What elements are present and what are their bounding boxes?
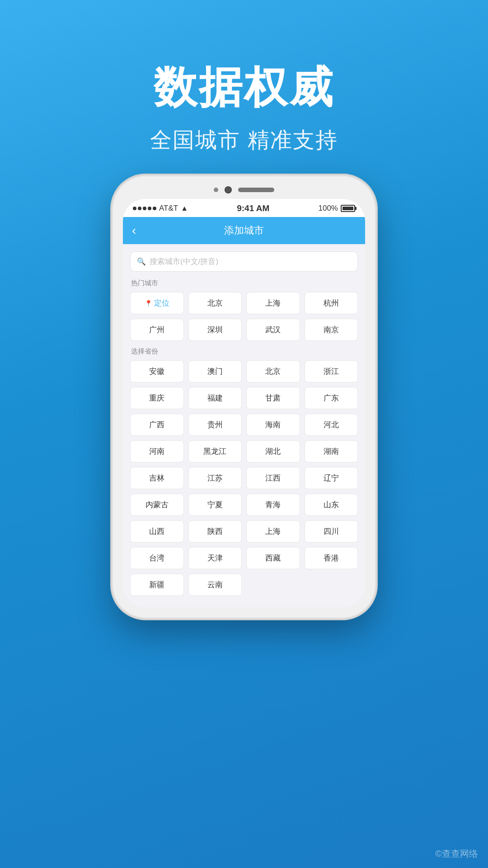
hot-city-btn-shanghai[interactable]: 上海 [246,292,300,314]
province-btn-10[interactable]: 海南 [246,414,300,436]
province-btn-27[interactable]: 四川 [305,520,358,542]
phone-camera [225,186,232,193]
status-right: 100% [319,204,355,213]
phone-mockup: AT&T ▲ 9:41 AM 100% ‹ 添加城市 [113,176,375,618]
province-btn-14[interactable]: 湖北 [246,440,300,462]
province-btn-12[interactable]: 河南 [130,440,184,462]
province-btn-21[interactable]: 宁夏 [188,494,242,516]
hot-city-btn-location[interactable]: 📍定位 [130,292,184,314]
hot-city-btn-wuhan[interactable]: 武汉 [246,319,300,341]
province-btn-32[interactable]: 新疆 [130,574,184,596]
provinces-label: 选择省份 [130,347,358,356]
province-btn-25[interactable]: 陕西 [188,520,242,542]
province-btn-19[interactable]: 辽宁 [305,467,358,489]
province-btn-29[interactable]: 天津 [188,547,242,569]
province-btn-18[interactable]: 江西 [246,467,300,489]
province-btn-30[interactable]: 西藏 [246,547,300,569]
search-bar[interactable]: 🔍 搜索城市(中文/拼音) [130,251,358,272]
hot-city-btn-beijing[interactable]: 北京 [188,292,242,314]
carrier-name: AT&T [159,204,178,213]
province-btn-16[interactable]: 吉林 [130,467,184,489]
status-bar: AT&T ▲ 9:41 AM 100% [123,199,365,217]
province-btn-33[interactable]: 云南 [188,574,242,596]
nav-title: 添加城市 [224,224,264,237]
hot-cities-section: 热门城市 📍定位北京上海杭州广州深圳武汉南京 [130,279,358,341]
province-btn-28[interactable]: 台湾 [130,547,184,569]
province-btn-24[interactable]: 山西 [130,520,184,542]
search-input-placeholder: 搜索城市(中文/拼音) [150,256,218,267]
province-btn-9[interactable]: 贵州 [188,414,242,436]
province-btn-6[interactable]: 甘肃 [246,387,300,409]
app-content: 🔍 搜索城市(中文/拼音) 热门城市 📍定位北京上海杭州广州深圳武汉南京 选择省… [123,244,365,608]
search-icon: 🔍 [137,257,146,266]
location-pin-icon: 📍 [145,300,152,307]
signal-indicator [133,207,156,210]
province-btn-26[interactable]: 上海 [246,520,300,542]
battery-icon [341,205,355,212]
phone-speaker [238,188,274,192]
hot-city-btn-nanjing[interactable]: 南京 [305,319,358,341]
back-button[interactable]: ‹ [132,223,136,238]
phone-shell: AT&T ▲ 9:41 AM 100% ‹ 添加城市 [113,176,375,618]
status-time: 9:41 AM [237,203,269,213]
battery-percent: 100% [319,204,338,213]
hot-city-btn-guangzhou[interactable]: 广州 [130,319,184,341]
province-btn-8[interactable]: 广西 [130,414,184,436]
hero-main-title: 数据权威 [0,59,488,118]
navigation-bar: ‹ 添加城市 [123,217,365,244]
hero-sub-title: 全国城市 精准支持 [0,126,488,155]
phone-front-camera [214,188,218,192]
phone-screen: AT&T ▲ 9:41 AM 100% ‹ 添加城市 [123,199,365,608]
province-btn-17[interactable]: 江苏 [188,467,242,489]
province-btn-13[interactable]: 黑龙江 [188,440,242,462]
hot-cities-label: 热门城市 [130,279,358,288]
watermark: ©查查网络 [435,848,478,860]
province-btn-22[interactable]: 青海 [246,494,300,516]
provinces-grid: 安徽澳门北京浙江重庆福建甘肃广东广西贵州海南河北河南黑龙江湖北湖南吉林江苏江西辽… [130,360,358,596]
province-btn-0[interactable]: 安徽 [130,360,184,382]
phone-top-bar [123,186,365,193]
provinces-section: 选择省份 安徽澳门北京浙江重庆福建甘肃广东广西贵州海南河北河南黑龙江湖北湖南吉林… [130,347,358,596]
hero-section: 数据权威 全国城市 精准支持 [0,0,488,155]
province-btn-7[interactable]: 广东 [305,387,358,409]
province-btn-3[interactable]: 浙江 [305,360,358,382]
province-btn-4[interactable]: 重庆 [130,387,184,409]
province-btn-11[interactable]: 河北 [305,414,358,436]
status-left: AT&T ▲ [133,204,188,213]
province-btn-15[interactable]: 湖南 [305,440,358,462]
province-btn-1[interactable]: 澳门 [188,360,242,382]
province-btn-31[interactable]: 香港 [305,547,358,569]
wifi-icon: ▲ [181,204,188,212]
hot-cities-grid: 📍定位北京上海杭州广州深圳武汉南京 [130,292,358,341]
province-btn-2[interactable]: 北京 [246,360,300,382]
province-btn-20[interactable]: 内蒙古 [130,494,184,516]
hot-city-btn-hangzhou[interactable]: 杭州 [305,292,358,314]
province-btn-5[interactable]: 福建 [188,387,242,409]
hot-city-btn-shenzhen[interactable]: 深圳 [188,319,242,341]
province-btn-23[interactable]: 山东 [305,494,358,516]
